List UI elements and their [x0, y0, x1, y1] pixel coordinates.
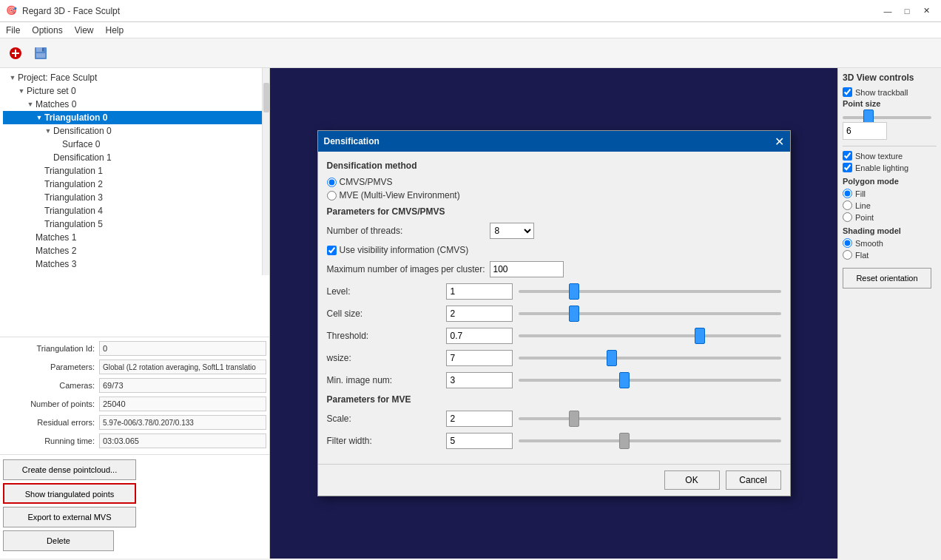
create-dense-button[interactable]: Create dense pointcloud... — [3, 459, 136, 480]
tree-item-triangulation3[interactable]: Triangulation 3 — [3, 191, 266, 204]
add-icon — [9, 47, 22, 60]
wsize-input[interactable] — [446, 350, 513, 366]
dialog-overlay: Densification ✕ Densification method CMV… — [270, 68, 837, 559]
tree-expand-icon: ▼ — [16, 87, 27, 95]
threshold-row: Threshold: — [327, 328, 781, 344]
threshold-slider[interactable] — [519, 334, 780, 337]
actions-area: Create dense pointcloud... Show triangul… — [0, 454, 269, 559]
cancel-button[interactable]: Cancel — [726, 470, 781, 490]
tree-scrollbar[interactable] — [262, 68, 269, 275]
max-images-input[interactable] — [490, 261, 564, 277]
polygon-point-radio[interactable] — [843, 212, 852, 222]
running-time-value[interactable] — [99, 434, 266, 448]
max-images-label: Maximum number of images per cluster: — [327, 264, 490, 274]
tree-item-matches0[interactable]: ▼ Matches 0 — [3, 98, 266, 111]
tree-expand-icon — [34, 181, 44, 188]
cmvs-radio[interactable] — [327, 178, 337, 187]
tree-item-surface0[interactable]: Surface 0 — [3, 138, 266, 151]
polygon-fill-radio[interactable] — [843, 189, 852, 198]
save-button[interactable] — [29, 41, 53, 65]
mve-radio[interactable] — [327, 191, 337, 200]
tree-item-project[interactable]: ▼ Project: Face Sculpt — [3, 71, 266, 84]
menu-help[interactable]: Help — [100, 24, 130, 37]
menu-view[interactable]: View — [69, 24, 100, 37]
menu-options[interactable]: Options — [26, 24, 68, 37]
tree-item-matches2[interactable]: Matches 2 — [3, 244, 266, 257]
polygon-line-row: Line — [843, 200, 937, 210]
dialog-close-button[interactable]: ✕ — [775, 135, 784, 149]
min-image-num-input[interactable] — [446, 372, 513, 388]
use-visibility-checkbox[interactable] — [327, 246, 337, 255]
scale-input[interactable] — [446, 411, 513, 427]
point-size-slider[interactable] — [843, 116, 931, 119]
tree-item-label: Triangulation 3 — [44, 192, 103, 203]
tree-expand-icon — [34, 207, 44, 215]
level-input[interactable] — [446, 283, 513, 300]
scale-slider[interactable] — [519, 417, 780, 420]
close-button[interactable]: ✕ — [917, 4, 935, 18]
triangulation-id-label: Triangulation Id: — [3, 344, 99, 353]
maximize-button[interactable]: □ — [898, 4, 916, 18]
polygon-point-row: Point — [843, 212, 937, 222]
export-mvs-button[interactable]: Export to external MVS — [3, 507, 136, 527]
point-size-input[interactable] — [843, 122, 887, 140]
cell-size-slider[interactable] — [519, 312, 780, 315]
show-trackball-checkbox[interactable] — [843, 87, 852, 97]
tree-item-pictureset[interactable]: ▼ Picture set 0 — [3, 84, 266, 98]
tree-expand-icon: ▼ — [43, 127, 53, 135]
wsize-slider[interactable] — [519, 357, 780, 360]
filter-width-input[interactable] — [446, 433, 513, 449]
level-slider[interactable] — [519, 290, 780, 293]
num-threads-select[interactable]: 1 2 4 8 16 — [490, 223, 534, 239]
shading-flat-radio[interactable] — [843, 250, 852, 260]
ok-button[interactable]: OK — [664, 470, 720, 490]
reset-orientation-button[interactable]: Reset orientation — [843, 268, 931, 289]
filter-width-slider[interactable] — [519, 439, 780, 442]
shading-smooth-label: Smooth — [855, 239, 883, 248]
tree-item-triangulation2[interactable]: Triangulation 2 — [3, 178, 266, 191]
tree-expand-icon — [34, 167, 44, 175]
scale-label: Scale: — [327, 414, 447, 424]
tree-item-triangulation4[interactable]: Triangulation 4 — [3, 204, 266, 217]
tree-item-densification0[interactable]: ▼ Densification 0 — [3, 124, 266, 138]
enable-lighting-label: Enable lighting — [855, 163, 908, 172]
3d-view[interactable]: Densification ✕ Densification method CMV… — [270, 68, 837, 559]
parameters-label: Parameters: — [3, 362, 99, 371]
delete-button[interactable]: Delete — [3, 530, 114, 551]
enable-lighting-row: Enable lighting — [843, 163, 937, 172]
tree-item-triangulation0[interactable]: ▼ Triangulation 0 — [3, 111, 266, 124]
triangulation-id-value[interactable] — [99, 341, 266, 356]
add-button[interactable] — [4, 41, 27, 65]
point-size-section: Point size — [843, 99, 937, 140]
tree-item-triangulation5[interactable]: Triangulation 5 — [3, 217, 266, 231]
cameras-value[interactable] — [99, 378, 266, 393]
show-texture-checkbox[interactable] — [843, 151, 852, 161]
threshold-input[interactable] — [446, 328, 513, 344]
shading-flat-label: Flat — [855, 251, 869, 260]
svg-rect-5 — [36, 53, 45, 58]
tree-item-matches3[interactable]: Matches 3 — [3, 257, 266, 271]
menu-file[interactable]: File — [0, 24, 26, 37]
minimize-button[interactable]: — — [879, 4, 897, 18]
cell-size-input[interactable] — [446, 306, 513, 322]
tree-scroll[interactable]: ▼ Project: Face Sculpt ▼ Picture set 0 ▼… — [3, 71, 266, 278]
enable-lighting-checkbox[interactable] — [843, 163, 852, 172]
min-image-num-slider[interactable] — [519, 379, 780, 382]
params-cmvs-label: Parameters for CMVS/PMVS — [327, 206, 781, 217]
tree-item-matches1[interactable]: Matches 1 — [3, 231, 266, 244]
show-triangulated-button[interactable]: Show triangulated points — [3, 483, 136, 504]
tree-item-label: Triangulation 5 — [44, 219, 103, 229]
residual-errors-value[interactable] — [99, 415, 266, 430]
polygon-line-radio[interactable] — [843, 200, 852, 210]
num-points-value[interactable] — [99, 397, 266, 411]
titlebar: 🎯 Regard 3D - Face Sculpt — □ ✕ — [0, 0, 941, 22]
level-row: Level: — [327, 283, 781, 300]
cmvs-radio-label: CMVS/PMVS — [340, 177, 393, 187]
svg-rect-4 — [36, 47, 42, 52]
parameters-value[interactable] — [99, 360, 266, 374]
scale-row: Scale: — [327, 411, 781, 427]
dialog-titlebar: Densification ✕ — [318, 131, 790, 152]
tree-item-densification1[interactable]: Densification 1 — [3, 151, 266, 164]
shading-smooth-radio[interactable] — [843, 238, 852, 248]
tree-item-triangulation1[interactable]: Triangulation 1 — [3, 164, 266, 178]
